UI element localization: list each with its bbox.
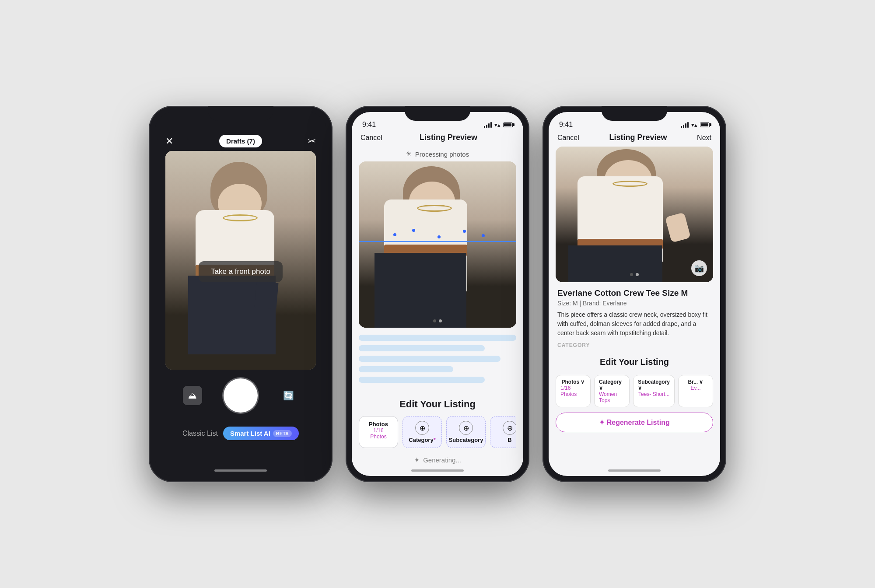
scissor-button[interactable]: ✂ <box>308 136 316 147</box>
bar1 <box>484 126 485 128</box>
battery-fill-3 <box>701 123 708 126</box>
category-label-3: CATEGORY <box>557 342 711 348</box>
screen-1: ✕ Drafts (7) ✂ Take a front photo <box>155 112 326 476</box>
result-tab-subcategory-label: Subcategory ∨ <box>638 379 670 391</box>
processing-label: Processing photos <box>415 150 469 158</box>
skeleton-5 <box>359 377 485 383</box>
cancel-button-3[interactable]: Cancel <box>557 134 579 142</box>
front-photo-label: Take a front photo <box>199 261 283 282</box>
edit-listing-section-2: Edit Your Listing Photos 1/16 Photos ⊕ C… <box>352 394 523 451</box>
result-image-bg <box>556 147 713 282</box>
camera-viewfinder: Take a front photo <box>165 151 316 370</box>
sparkle-icon: ✦ <box>414 456 420 464</box>
smart-list-badge[interactable]: Smart List AI BETA <box>223 427 299 440</box>
result-tab-brand[interactable]: Br... ∨ Ev... <box>678 375 713 407</box>
bar2-3 <box>683 125 684 128</box>
result-dot-2 <box>636 273 639 276</box>
skeleton-3 <box>359 356 500 362</box>
status-time-2: 9:41 <box>362 121 376 129</box>
camera-symbol-3: 📷 <box>694 263 704 273</box>
tab-subcategory-icon-2: ⊕ <box>459 421 473 435</box>
result-tab-brand-label: Br... ∨ <box>688 379 703 385</box>
status-time-3: 9:41 <box>559 121 573 129</box>
classic-list-label[interactable]: Classic List <box>182 430 218 438</box>
notch-1 <box>208 106 273 121</box>
camera-photo <box>165 151 316 370</box>
phones-container: ✕ Drafts (7) ✂ Take a front photo <box>149 106 726 482</box>
result-listing-meta: Size: M | Brand: Everlane <box>557 300 711 307</box>
signal-bars-2 <box>484 122 492 128</box>
tabs-row-2: Photos 1/16 Photos ⊕ Category* ⊕ Subcate… <box>359 416 516 448</box>
wifi-icon-3: ▾▴ <box>691 122 697 128</box>
battery-fill-2 <box>504 123 511 126</box>
result-tab-photos-value: 1/16 Photos <box>560 385 586 397</box>
result-tab-category[interactable]: Category ∨ Women Tops <box>594 375 630 407</box>
signal-bars-3 <box>681 122 689 128</box>
notch-2 <box>405 106 470 121</box>
tab-subcategory-2[interactable]: ⊕ Subcategory <box>446 416 486 448</box>
status-icons-3: ▾▴ <box>681 122 710 128</box>
gallery-button[interactable]: ⛰ <box>183 386 202 405</box>
tab-photos-2[interactable]: Photos 1/16 Photos <box>359 416 398 448</box>
tab-b-2[interactable]: ⊕ B <box>490 416 516 448</box>
result-dot-1 <box>630 273 633 276</box>
listing-header-2: Cancel Listing Preview <box>352 131 523 147</box>
regenerate-button[interactable]: ✦ Regenerate Listing <box>556 413 713 432</box>
next-button-3[interactable]: Next <box>697 134 711 142</box>
tab-category-label-2: Category* <box>409 437 435 443</box>
edit-section-3: Edit Your Listing <box>549 357 720 375</box>
listing-header-3: Cancel Listing Preview Next <box>549 131 720 147</box>
phone-processing: 9:41 ▾▴ Cancel Listing Pr <box>346 106 529 482</box>
bar3 <box>488 123 490 128</box>
drafts-badge[interactable]: Drafts (7) <box>219 135 262 147</box>
tab-b-label-2: B <box>508 437 511 443</box>
camera-header: ✕ Drafts (7) ✂ <box>155 131 326 151</box>
flip-camera-button[interactable]: 🔄 <box>279 386 298 405</box>
result-tab-subcategory[interactable]: Subcategory ∨ Tees- Short... <box>633 375 675 407</box>
tab-photos-value-2: 1/16 Photos <box>365 427 392 440</box>
home-indicator-1 <box>214 469 267 472</box>
home-indicator-2 <box>411 469 464 472</box>
dot-2 <box>439 319 442 322</box>
result-edit-title: Edit Your Listing <box>556 357 713 367</box>
bar3-3 <box>685 123 686 128</box>
screen-3: 9:41 ▾▴ Cancel Listing Pr <box>549 112 720 476</box>
result-tab-brand-value: Ev... <box>690 385 700 391</box>
generating-label: Generating... <box>423 456 461 464</box>
skeleton-1 <box>359 335 516 341</box>
result-tab-category-label: Category ∨ <box>599 379 625 391</box>
status-icons-2: ▾▴ <box>484 122 513 128</box>
screen-2: 9:41 ▾▴ Cancel Listing Pr <box>352 112 523 476</box>
tab-b-icon-2: ⊕ <box>503 421 516 435</box>
result-dots-indicator <box>630 273 639 276</box>
battery-icon-2 <box>503 122 513 127</box>
beta-badge: BETA <box>273 430 292 437</box>
flip-icon: 🔄 <box>283 390 294 401</box>
phone-result: 9:41 ▾▴ Cancel Listing Pr <box>542 106 726 482</box>
edit-listing-title-2: Edit Your Listing <box>359 399 516 410</box>
listing-preview-title-3: Listing Preview <box>609 133 667 142</box>
result-tab-category-value: Women Tops <box>599 391 625 403</box>
result-listing-info: Everlane Cotton Crew Tee Size M Size: M … <box>549 282 720 357</box>
cancel-button-2[interactable]: Cancel <box>360 134 382 142</box>
bar4-3 <box>687 122 689 128</box>
tab-category-2[interactable]: ⊕ Category* <box>402 416 442 448</box>
tab-photos-label-2: Photos <box>369 421 388 427</box>
camera-icon-3[interactable]: 📷 <box>691 260 707 276</box>
result-image-container: 📷 <box>556 147 713 282</box>
result-tab-photos[interactable]: Photos ∨ 1/16 Photos <box>556 375 591 407</box>
result-tab-subcategory-value: Tees- Short... <box>638 391 669 397</box>
notch-3 <box>602 106 667 121</box>
shutter-button[interactable] <box>224 378 258 413</box>
listing-preview-title-2: Listing Preview <box>420 133 477 142</box>
generating-bar: ✦ Generating... <box>352 451 523 469</box>
dots-indicator-2 <box>433 319 442 322</box>
bar4 <box>490 122 492 128</box>
skeleton-2 <box>359 345 485 351</box>
home-indicator-3 <box>608 469 661 472</box>
tab-category-icon-2: ⊕ <box>415 421 429 435</box>
battery-icon-3 <box>700 122 710 127</box>
smart-list-label: Smart List AI <box>230 430 270 437</box>
close-button[interactable]: ✕ <box>165 136 173 147</box>
result-listing-description: This piece offers a classic crew neck, o… <box>557 310 711 338</box>
